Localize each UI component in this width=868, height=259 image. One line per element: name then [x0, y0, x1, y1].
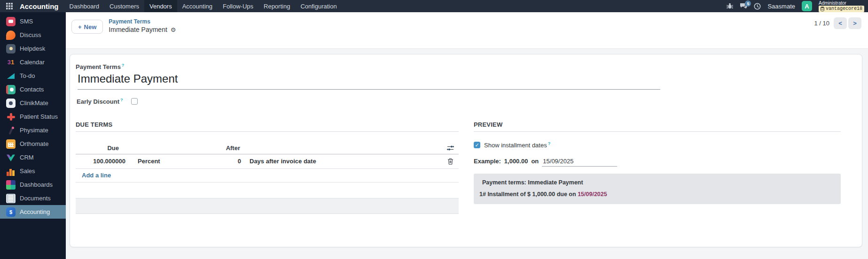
- control-panel: + New Payment Terms Immediate Payment ⚙ …: [66, 12, 868, 49]
- sidebar-item-label: Dashboards: [20, 181, 53, 188]
- breadcrumb-payment-terms-link[interactable]: Payment Terms: [109, 18, 176, 25]
- trash-icon: [447, 158, 454, 165]
- sidebar-item-patient-status[interactable]: Patient Status: [0, 110, 66, 123]
- main-content: + New Payment Terms Immediate Payment ⚙ …: [66, 12, 868, 259]
- sidebar-item-helpdesk[interactable]: Helpdesk: [0, 42, 66, 55]
- optional-columns-icon[interactable]: [442, 145, 459, 151]
- due-type-cell[interactable]: Percent: [132, 158, 198, 165]
- example-amount[interactable]: 1,000.00: [504, 158, 528, 165]
- help-icon[interactable]: ?: [122, 63, 125, 68]
- app-title: Accounting: [20, 2, 59, 10]
- sidebar-item-todo[interactable]: To-do: [0, 69, 66, 83]
- menu-item-customers[interactable]: Customers: [104, 0, 144, 12]
- column-header-after[interactable]: After: [198, 145, 245, 152]
- help-icon[interactable]: ?: [120, 98, 123, 102]
- gear-icon[interactable]: ⚙: [171, 26, 176, 33]
- apps-grid-icon[interactable]: [3, 0, 16, 12]
- sidebar-item-dashboards[interactable]: Dashboards: [0, 178, 66, 191]
- early-discount-checkbox[interactable]: [131, 98, 138, 105]
- sidebar-item-label: To-do: [20, 72, 35, 79]
- documents-icon: [6, 194, 16, 203]
- patient-status-icon: [6, 112, 16, 122]
- sms-icon: [6, 17, 16, 26]
- sidebar-item-sales[interactable]: Sales: [0, 164, 66, 178]
- pager-counter: 1 / 10: [814, 20, 829, 27]
- due-terms-row[interactable]: 100.000000 Percent 0 Days after invoice …: [76, 154, 459, 169]
- empty-row-shaded: [76, 198, 459, 214]
- sidebar-item-label: Orthomate: [20, 140, 48, 147]
- sidebar-item-discuss[interactable]: Discuss: [0, 28, 66, 42]
- helpdesk-icon: [6, 44, 16, 53]
- user-menu[interactable]: Administrator vantagecore18: [819, 0, 864, 12]
- sidebar-item-label: Documents: [20, 195, 51, 202]
- show-installment-dates-label: Show installment dates?: [484, 141, 550, 149]
- after-value-cell[interactable]: 0: [198, 158, 245, 165]
- due-value-cell[interactable]: 100.000000: [76, 158, 132, 165]
- menu-item-accounting[interactable]: Accounting: [177, 0, 218, 12]
- sidebar-item-crm[interactable]: CRM: [0, 151, 66, 164]
- payment-terms-name-input[interactable]: Immediate Payment: [78, 72, 660, 90]
- sidebar-item-contacts[interactable]: Contacts: [0, 83, 66, 96]
- chevron-left-icon: <: [838, 20, 842, 27]
- payment-terms-form-card: Payment Terms? Immediate Payment Early D…: [70, 54, 862, 247]
- user-name: Administrator: [819, 0, 846, 6]
- sidebar-item-label: CRM: [20, 154, 34, 161]
- sales-icon: [6, 167, 16, 176]
- sidebar-item-label: Sales: [20, 168, 35, 175]
- discuss-icon: [6, 30, 16, 40]
- sidebar-item-label: Discuss: [20, 31, 41, 38]
- preview-title: PREVIEW: [474, 121, 841, 132]
- preview-section: PREVIEW ✓ Show installment dates? Exampl…: [474, 121, 841, 214]
- add-a-line-link[interactable]: Add a line: [82, 172, 111, 179]
- debug-bug-icon[interactable]: [727, 3, 733, 9]
- due-terms-section: DUE TERMS Due After: [76, 121, 459, 214]
- clinikmate-icon: [6, 99, 16, 108]
- help-icon[interactable]: ?: [548, 141, 551, 146]
- database-badge: vantagecore18: [819, 6, 864, 12]
- new-button[interactable]: + New: [71, 20, 103, 34]
- crm-icon: [6, 153, 16, 162]
- early-discount-label: Early Discount?: [77, 98, 123, 105]
- menu-item-dashboard[interactable]: Dashboard: [64, 0, 105, 12]
- orthomate-icon: [6, 139, 16, 149]
- activities-clock-icon[interactable]: [754, 3, 761, 10]
- breadcrumb-current: Immediate Payment ⚙: [109, 26, 176, 33]
- messages-icon[interactable]: 5: [740, 3, 747, 9]
- sidebar-item-sms[interactable]: SMS: [0, 15, 66, 28]
- pager-next-button[interactable]: >: [848, 17, 861, 29]
- breadcrumb: Payment Terms Immediate Payment ⚙: [109, 18, 176, 33]
- sidebar-item-label: Helpdesk: [20, 45, 45, 52]
- sidebar-item-accounting[interactable]: $ Accounting: [0, 205, 66, 219]
- sidebar-item-calendar[interactable]: 31 Calendar: [0, 55, 66, 69]
- example-date-input[interactable]: 15/09/2025: [542, 158, 617, 167]
- example-conjunction: on: [531, 158, 539, 165]
- user-avatar[interactable]: A: [802, 1, 812, 11]
- topbar-right: 5 Saasmate A Administrator vantagecore18: [727, 0, 868, 12]
- calendar-icon: 31: [6, 58, 16, 67]
- show-installment-dates-checkbox[interactable]: ✓: [474, 142, 480, 148]
- pager: 1 / 10 < >: [814, 17, 861, 29]
- payment-terms-label: Payment Terms?: [76, 63, 862, 70]
- todo-icon: [6, 71, 16, 81]
- after-unit-cell[interactable]: Days after invoice date: [245, 158, 442, 165]
- column-header-due[interactable]: Due: [76, 145, 132, 152]
- pager-previous-button[interactable]: <: [834, 17, 847, 29]
- menu-item-vendors[interactable]: Vendors: [144, 0, 177, 12]
- sidebar-item-orthomate[interactable]: Orthomate: [0, 137, 66, 151]
- menu-item-follow-ups[interactable]: Follow-Ups: [218, 0, 258, 12]
- due-terms-title: DUE TERMS: [76, 121, 459, 132]
- menu-item-reporting[interactable]: Reporting: [258, 0, 295, 12]
- delete-row-button[interactable]: [442, 158, 459, 165]
- empty-row: [76, 183, 459, 198]
- company-name[interactable]: Saasmate: [767, 3, 795, 10]
- accounting-icon: $: [6, 207, 16, 217]
- sidebar-item-documents[interactable]: Documents: [0, 191, 66, 205]
- menu-item-configuration[interactable]: Configuration: [295, 0, 342, 12]
- sidebar-item-physimate[interactable]: Physimate: [0, 123, 66, 137]
- dashboards-icon: [6, 180, 16, 190]
- sidebar-item-label: Physimate: [20, 127, 48, 134]
- due-terms-table-header: Due After: [76, 142, 459, 154]
- preview-box-title: Payment terms: Immediate Payment: [479, 179, 835, 186]
- sidebar-item-label: Contacts: [20, 86, 44, 93]
- sidebar-item-clinikmate[interactable]: ClinikMate: [0, 96, 66, 110]
